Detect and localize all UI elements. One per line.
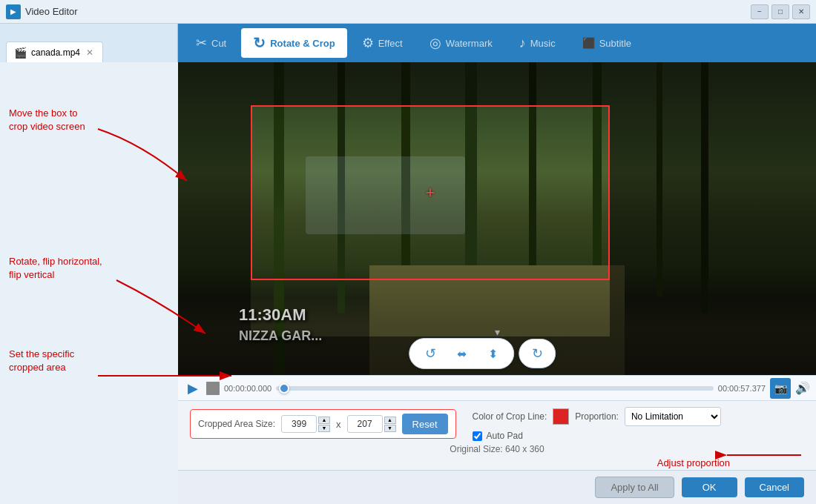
tab-music[interactable]: ♪ Music <box>507 28 567 58</box>
time-start: 00:00:00.000 <box>224 384 272 393</box>
playback-bar: ▶ 00:00:00.000 00:00:57.377 📷 🔊 <box>178 375 816 400</box>
crop-height-group: ▲ ▼ <box>347 415 396 433</box>
crop-width-input[interactable] <box>281 415 317 433</box>
file-tab[interactable]: 🎬 canada.mp4 ✕ <box>6 42 103 62</box>
left-panel: Move the box tocrop video screen Rotate,… <box>0 62 178 504</box>
timeline-thumb[interactable] <box>279 383 289 394</box>
subtitle-icon: ⬛ <box>582 37 595 49</box>
title-bar: ▶ Video Editor − □ ✕ <box>0 0 816 24</box>
crop-width-down[interactable]: ▼ <box>318 425 330 432</box>
crop-width-up[interactable]: ▲ <box>318 417 330 424</box>
close-button[interactable]: ✕ <box>792 4 810 19</box>
watermark-icon: ◎ <box>430 35 441 51</box>
apply-all-button[interactable]: Apply to All <box>595 477 674 498</box>
annotation-rotate: Rotate, flip horizontal,flip vertical <box>9 255 102 282</box>
rotate-controls-group: ↺ ⬌ ⬍ ↻ <box>409 338 556 369</box>
size-separator: x <box>336 419 341 430</box>
tab-cut[interactable]: ✂ Cut <box>184 28 238 58</box>
crop-height-down[interactable]: ▼ <box>384 425 396 432</box>
crop-size-box: Cropped Area Size: ▲ ▼ x ▲ <box>190 409 456 439</box>
file-tab-close[interactable]: ✕ <box>85 47 95 58</box>
video-canvas: + 11:30AM NIZZA GAR... ▾ ↺ ⬌ ⬍ ↻ <box>178 62 816 375</box>
tab-bar: ✂ Cut ↻ Rotate & Crop ⚙ Effect ◎ Waterma… <box>178 24 816 62</box>
color-label: Color of Crop Line: <box>473 411 547 422</box>
crop-width-spinners: ▲ ▼ <box>318 417 330 432</box>
action-bar: Apply to All OK Cancel <box>178 470 816 504</box>
crop-height-input[interactable] <box>347 415 383 433</box>
ok-button[interactable]: OK <box>682 477 737 497</box>
crop-height-spinners: ▲ ▼ <box>384 417 396 432</box>
stop-button[interactable] <box>206 382 220 395</box>
tab-watermark[interactable]: ◎ Watermark <box>418 28 504 58</box>
flip-horizontal-button[interactable]: ⬌ <box>450 342 473 365</box>
tab-subtitle[interactable]: ⬛ Subtitle <box>570 28 643 58</box>
crop-size-panel: Cropped Area Size: ▲ ▼ x ▲ <box>178 400 816 457</box>
rotate-icon: ↻ <box>253 34 266 52</box>
reset-button[interactable]: Reset <box>402 414 448 434</box>
tab-effect[interactable]: ⚙ Effect <box>350 28 415 58</box>
app-title: Video Editor <box>25 6 751 17</box>
expand-arrow-icon[interactable]: ▾ <box>495 326 500 338</box>
effect-icon: ⚙ <box>362 35 374 51</box>
auto-pad-row: Auto Pad <box>473 431 721 441</box>
rotate-cw-button[interactable]: ↻ <box>527 343 547 364</box>
crop-box[interactable]: + <box>251 105 610 280</box>
color-swatch[interactable] <box>553 408 569 425</box>
proportion-select[interactable]: No Limitation 16:9 4:3 1:1 9:16 <box>625 407 721 426</box>
annotation-crop-area: Set the specificcropped area <box>9 348 74 374</box>
auto-pad-checkbox[interactable] <box>473 431 482 441</box>
proportion-label: Proportion: <box>575 411 619 422</box>
tab-rotate[interactable]: ↻ Rotate & Crop <box>241 28 346 58</box>
time-end: 00:00:57.377 <box>718 384 766 393</box>
crop-height-up[interactable]: ▲ <box>384 417 396 424</box>
rotate-ccw-button[interactable]: ↺ <box>418 342 442 365</box>
music-icon: ♪ <box>519 36 526 51</box>
cut-icon: ✂ <box>196 35 207 51</box>
auto-pad-label: Auto Pad <box>487 431 523 441</box>
play-button[interactable]: ▶ <box>184 379 202 397</box>
annotation-proportion: Adjust proportion <box>657 457 730 468</box>
file-icon: 🎬 <box>14 47 27 59</box>
volume-icon[interactable]: 🔊 <box>795 381 810 395</box>
maximize-button[interactable]: □ <box>771 4 789 19</box>
crop-width-group: ▲ ▼ <box>281 415 330 433</box>
snapshot-button[interactable]: 📷 <box>770 378 791 399</box>
crop-size-label: Cropped Area Size: <box>198 419 275 429</box>
video-timestamp: 11:30AM <box>239 305 306 325</box>
window-controls: − □ ✕ <box>751 4 810 19</box>
proportion-annotation-area: Adjust proportion <box>178 457 816 470</box>
minimize-button[interactable]: − <box>751 4 769 19</box>
timeline-track[interactable] <box>276 386 714 391</box>
cancel-button[interactable]: Cancel <box>745 477 804 497</box>
original-size-label: Original Size: 640 x 360 <box>190 444 804 454</box>
file-tab-name: canada.mp4 <box>31 47 80 58</box>
flip-vertical-button[interactable]: ⬍ <box>481 342 504 365</box>
app-icon: ▶ <box>6 4 21 19</box>
video-location: NIZZA GAR... <box>239 328 322 344</box>
annotation-crop: Move the box tocrop video screen <box>9 107 85 133</box>
crop-crosshair: + <box>426 183 435 202</box>
